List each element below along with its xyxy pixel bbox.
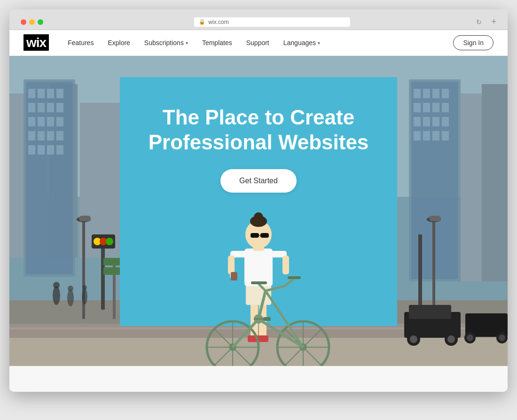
svg-rect-39 <box>423 117 430 126</box>
svg-point-99 <box>254 212 263 222</box>
svg-point-83 <box>82 285 87 290</box>
svg-rect-42 <box>414 131 421 140</box>
person-bicycle-illustration <box>176 187 341 366</box>
svg-rect-8 <box>28 89 35 98</box>
svg-rect-40 <box>432 117 439 126</box>
nav-links: Features Explore Subscriptions ▾ Templat… <box>68 39 453 47</box>
svg-rect-36 <box>432 103 439 112</box>
svg-rect-95 <box>231 272 237 280</box>
svg-rect-91 <box>228 256 235 274</box>
svg-rect-15 <box>56 103 63 112</box>
svg-rect-24 <box>28 145 35 155</box>
svg-rect-14 <box>47 103 54 112</box>
svg-rect-60 <box>418 234 422 310</box>
svg-rect-93 <box>282 256 289 274</box>
svg-rect-13 <box>38 103 45 112</box>
svg-point-81 <box>68 286 73 291</box>
svg-rect-25 <box>38 145 45 155</box>
svg-rect-11 <box>56 89 63 98</box>
svg-rect-21 <box>38 131 45 140</box>
svg-rect-44 <box>432 131 439 140</box>
nav-link-features[interactable]: Features <box>68 39 94 47</box>
svg-rect-101 <box>260 233 269 238</box>
svg-rect-43 <box>423 131 430 140</box>
maximize-button[interactable] <box>38 19 43 25</box>
svg-rect-10 <box>47 89 54 98</box>
footer-area <box>9 366 508 392</box>
svg-rect-23 <box>56 131 63 140</box>
browser-window: 🔒 wix.com ↻ + wix Features Explore Subsc… <box>9 9 508 392</box>
svg-point-72 <box>447 335 455 343</box>
svg-rect-30 <box>414 89 421 98</box>
reload-button[interactable]: ↻ <box>476 18 482 26</box>
nav-link-subscriptions[interactable]: Subscriptions ▾ <box>144 39 188 47</box>
svg-rect-100 <box>251 233 259 238</box>
svg-rect-45 <box>442 131 449 140</box>
chevron-down-icon: ▾ <box>318 40 320 46</box>
svg-point-77 <box>499 334 505 341</box>
svg-rect-27 <box>56 145 63 155</box>
chevron-down-icon: ▾ <box>186 40 188 46</box>
svg-rect-66 <box>429 216 441 221</box>
svg-rect-33 <box>442 89 449 98</box>
svg-point-70 <box>410 335 417 343</box>
svg-rect-35 <box>423 103 430 112</box>
svg-rect-37 <box>442 103 449 112</box>
nav-link-explore[interactable]: Explore <box>108 39 130 47</box>
svg-line-118 <box>266 291 303 347</box>
address-bar[interactable]: 🔒 wix.com <box>194 17 350 27</box>
minimize-button[interactable] <box>29 19 35 25</box>
close-button[interactable] <box>21 19 26 25</box>
svg-point-75 <box>467 334 473 341</box>
svg-point-78 <box>53 286 60 305</box>
svg-rect-89 <box>244 249 273 286</box>
svg-rect-18 <box>47 117 54 126</box>
hero-section: The Place to Create Professional Website… <box>9 56 508 366</box>
svg-line-120 <box>284 279 294 286</box>
traffic-lights <box>21 19 43 25</box>
svg-rect-9 <box>38 89 45 98</box>
svg-rect-19 <box>56 117 63 126</box>
svg-rect-22 <box>47 131 54 140</box>
svg-rect-20 <box>28 131 35 140</box>
svg-point-79 <box>53 282 60 288</box>
svg-rect-63 <box>79 216 91 221</box>
svg-rect-38 <box>414 117 421 126</box>
svg-point-80 <box>67 289 74 306</box>
site-logo[interactable]: wix <box>24 35 49 50</box>
sign-in-button[interactable]: Sign In <box>453 35 494 50</box>
nav-link-languages[interactable]: Languages ▾ <box>283 39 320 47</box>
svg-rect-126 <box>263 317 271 321</box>
svg-point-82 <box>82 288 87 304</box>
site-navigation: wix Features Explore Subscriptions ▾ Tem… <box>9 30 508 56</box>
svg-rect-17 <box>38 117 45 126</box>
new-tab-button[interactable]: + <box>491 17 496 27</box>
svg-rect-68 <box>409 305 451 319</box>
svg-rect-34 <box>414 103 421 112</box>
url-text: wix.com <box>208 19 228 25</box>
svg-rect-57 <box>113 258 116 319</box>
hero-title: The Place to Create Professional Website… <box>134 105 383 155</box>
svg-rect-16 <box>28 117 35 126</box>
svg-rect-32 <box>432 89 439 98</box>
svg-rect-26 <box>47 145 54 155</box>
svg-rect-31 <box>423 89 430 98</box>
nav-link-templates[interactable]: Templates <box>202 39 232 47</box>
svg-rect-47 <box>482 84 508 281</box>
svg-rect-41 <box>442 117 449 126</box>
browser-chrome: 🔒 wix.com ↻ + <box>9 9 508 30</box>
nav-link-support[interactable]: Support <box>246 39 269 47</box>
svg-rect-12 <box>28 103 35 112</box>
browser-toolbar: 🔒 wix.com ↻ + <box>15 14 502 30</box>
svg-point-56 <box>106 238 113 245</box>
lock-icon: 🔒 <box>199 19 205 25</box>
svg-rect-64 <box>432 220 435 319</box>
